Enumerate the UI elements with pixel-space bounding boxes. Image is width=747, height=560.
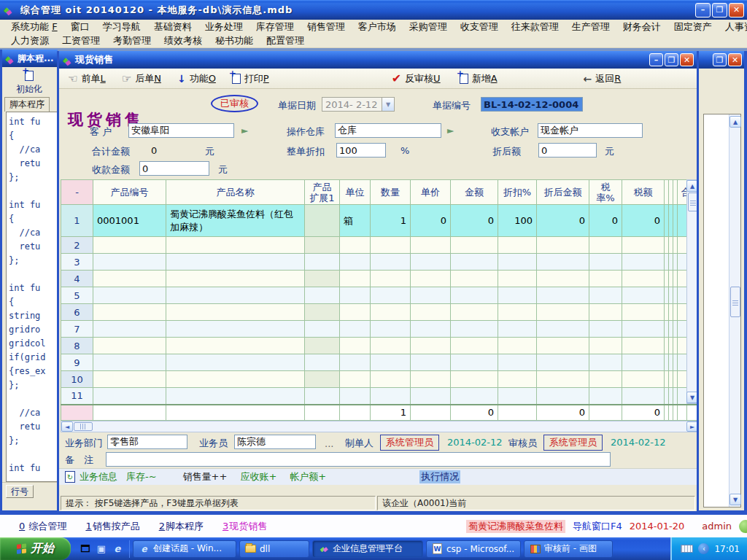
grid-vertical-scrollbar[interactable]: ▲ ▼ bbox=[686, 179, 697, 404]
cell-unit[interactable] bbox=[340, 371, 371, 388]
cell-ext[interactable] bbox=[305, 237, 340, 254]
salesman-more-button[interactable]: ... bbox=[325, 438, 333, 449]
close-button[interactable]: ✕ bbox=[729, 3, 744, 18]
scroll-left-icon[interactable]: ◄ bbox=[61, 421, 73, 432]
window-tab-现货销售[interactable]: 3现货销售 bbox=[222, 520, 267, 533]
cell-code[interactable] bbox=[93, 338, 166, 354]
menu-item-业务处理[interactable]: 业务处理 bbox=[198, 20, 249, 34]
docno-input[interactable] bbox=[481, 97, 583, 112]
cell-price[interactable] bbox=[411, 254, 451, 271]
cell-tax_rate[interactable] bbox=[589, 237, 622, 254]
scroll-down-icon[interactable]: ▼ bbox=[729, 494, 741, 505]
cell-tax_rate[interactable] bbox=[589, 271, 622, 287]
toolbar-unapprove-check-button[interactable]: 反审核U bbox=[392, 71, 441, 85]
cell-code[interactable] bbox=[93, 287, 166, 304]
quicklaunch-desktop-icon[interactable]: ▣ bbox=[96, 543, 107, 555]
cell-tax_rate[interactable] bbox=[589, 354, 622, 371]
cell-total[interactable] bbox=[678, 271, 687, 287]
window-tab-综合管理[interactable]: 0 综合管理 bbox=[19, 520, 66, 533]
cell-amount[interactable] bbox=[451, 271, 498, 287]
cell-num[interactable]: 3 bbox=[61, 254, 93, 271]
window-tab-销售按产品[interactable]: 1销售按产品 bbox=[85, 520, 139, 533]
customer-picker-icon[interactable]: ► bbox=[241, 125, 248, 136]
cell-discount[interactable] bbox=[498, 304, 537, 321]
cell-name[interactable] bbox=[166, 388, 305, 405]
cell-code[interactable] bbox=[93, 271, 166, 287]
cell-total[interactable] bbox=[678, 338, 687, 354]
menu-item-系统功能[interactable]: 系统功能 F bbox=[4, 20, 64, 34]
cell-unit[interactable] bbox=[340, 271, 371, 287]
cell-name[interactable] bbox=[166, 237, 305, 254]
script-close-button[interactable]: ✕ bbox=[728, 53, 742, 66]
task-button-企业信息管理平台[interactable]: ◆◆企业信息管理平台 bbox=[312, 540, 423, 558]
cell-qty[interactable] bbox=[371, 388, 411, 405]
cell-name[interactable]: 蜀黄记沸腾酸菜鱼佐料（红包加麻辣） bbox=[166, 205, 305, 237]
cell-ext[interactable] bbox=[305, 321, 340, 338]
menu-item-窗口[interactable]: 窗口 bbox=[64, 20, 96, 34]
script-code-editor[interactable]: int fu { //ca retu }; int fu { //ca retu… bbox=[6, 112, 58, 482]
cell-tax_rate[interactable]: 0 bbox=[589, 205, 622, 237]
cell-unit[interactable]: 箱 bbox=[340, 205, 371, 237]
cell-num[interactable]: 8 bbox=[61, 338, 93, 354]
cell-tax[interactable] bbox=[622, 354, 665, 371]
menu-item-财务会计[interactable]: 财务会计 bbox=[616, 20, 667, 34]
cell-amount[interactable] bbox=[451, 321, 498, 338]
cell-total[interactable] bbox=[678, 304, 687, 321]
info-item-业务信息[interactable]: 业务信息 bbox=[80, 470, 117, 483]
cell-qty[interactable] bbox=[371, 354, 411, 371]
cell-tax[interactable] bbox=[622, 388, 665, 405]
task-button-创建话题 - Win...[interactable]: e创建话题 - Win... bbox=[133, 540, 236, 558]
cell-ext[interactable] bbox=[305, 388, 340, 405]
cell-code[interactable]: 0001001 bbox=[93, 205, 166, 237]
menu-item-客户市场[interactable]: 客户市场 bbox=[352, 20, 403, 34]
cell-discount[interactable] bbox=[498, 254, 537, 271]
cell-num[interactable]: 4 bbox=[61, 271, 93, 287]
cell-discount[interactable] bbox=[498, 237, 537, 254]
cell-disc_amount[interactable] bbox=[537, 354, 589, 371]
cell-price[interactable] bbox=[411, 354, 451, 371]
cell-total[interactable] bbox=[678, 205, 687, 237]
cell-discount[interactable]: 100 bbox=[498, 205, 537, 237]
grid-horizontal-scrollbar[interactable]: ◄ ► bbox=[61, 421, 697, 432]
cell-amount[interactable] bbox=[451, 254, 498, 271]
cell-num[interactable]: 7 bbox=[61, 321, 93, 338]
cell-tax_rate[interactable] bbox=[589, 338, 622, 354]
cell-amount[interactable] bbox=[451, 304, 498, 321]
menu-item-绩效考核[interactable]: 绩效考核 bbox=[158, 34, 209, 48]
cell-total[interactable] bbox=[678, 254, 687, 271]
minimize-button[interactable]: – bbox=[695, 3, 711, 18]
sales-close-button[interactable]: ✕ bbox=[680, 53, 694, 66]
menu-item-固定资产[interactable]: 固定资产 bbox=[667, 20, 719, 34]
cell-qty[interactable] bbox=[371, 321, 411, 338]
cell-disc_amount[interactable] bbox=[537, 254, 589, 271]
cell-amount[interactable] bbox=[451, 354, 498, 371]
line-number-button[interactable]: 行号 bbox=[6, 485, 34, 498]
nav-window-link[interactable]: 导航窗口F4 bbox=[573, 520, 622, 533]
info-item-执行情况[interactable]: 执行情况 bbox=[419, 470, 460, 483]
task-button-dll[interactable]: dll bbox=[239, 540, 309, 558]
cell-tax[interactable] bbox=[622, 371, 665, 388]
cell-discount[interactable] bbox=[498, 338, 537, 354]
cell-total[interactable] bbox=[678, 237, 687, 254]
cell-disc_amount[interactable] bbox=[537, 388, 589, 405]
cell-price[interactable] bbox=[411, 338, 451, 354]
cell-discount[interactable] bbox=[498, 371, 537, 388]
cell-qty[interactable] bbox=[371, 237, 411, 254]
cell-code[interactable] bbox=[93, 371, 166, 388]
date-combo[interactable]: 2014- 2-12 ▼ bbox=[322, 97, 395, 112]
menu-item-考勤管理[interactable]: 考勤管理 bbox=[107, 34, 158, 48]
cell-name[interactable] bbox=[166, 338, 305, 354]
task-button-审核前 - 画图[interactable]: 审核前 - 画图 bbox=[524, 540, 613, 558]
cell-qty[interactable] bbox=[371, 371, 411, 388]
cell-disc_amount[interactable] bbox=[537, 237, 589, 254]
cell-amount[interactable] bbox=[451, 388, 498, 405]
start-button[interactable]: 开始 bbox=[0, 537, 71, 560]
toolbar-next-doc-button[interactable]: 后单N bbox=[122, 72, 161, 85]
menu-item-销售管理[interactable]: 销售管理 bbox=[301, 20, 352, 34]
scroll-up-icon[interactable]: ▲ bbox=[729, 116, 741, 128]
cell-qty[interactable]: 1 bbox=[371, 205, 411, 237]
info-item-销售量++[interactable]: 销售量++ bbox=[183, 470, 228, 483]
cell-discount[interactable] bbox=[498, 354, 537, 371]
cell-discount[interactable] bbox=[498, 271, 537, 287]
cell-name[interactable] bbox=[166, 371, 305, 388]
